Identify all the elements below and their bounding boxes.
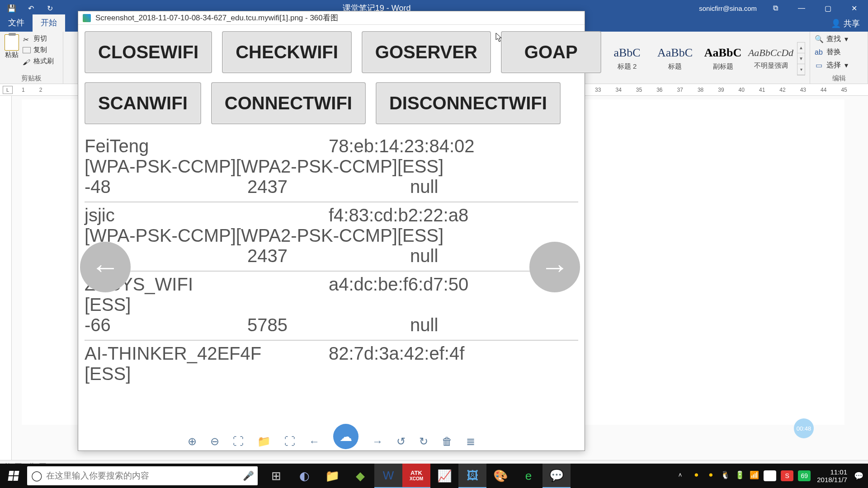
prev-icon[interactable]: ← (309, 435, 320, 448)
viewer-toolbar: ⊕ ⊖ ⛶ 📁 ⛶ ← ☁ → ↺ ↻ 🗑 ≣ (78, 432, 585, 450)
clock-date: 2018/11/7 (817, 476, 847, 483)
wifi-list: FeiTeng78:eb:14:23:84:02 [WPA-PSK-CCMP][… (85, 133, 578, 389)
tray-icon[interactable]: 🐧 (720, 470, 730, 481)
taskbar-app-photos[interactable]: 🖼 (458, 464, 486, 488)
wifi-security: [ESS] (85, 364, 578, 384)
rotate-right-icon[interactable]: ↻ (419, 435, 428, 448)
wifi-mac: 78:eb:14:23:84:02 (329, 136, 578, 156)
wifi-item[interactable]: ZHSYS_WIFIa4:dc:be:f6:d7:50 [ESS] -66578… (85, 272, 578, 341)
scanwifi-button[interactable]: SCANWIFI (85, 82, 201, 124)
taskbar-clock[interactable]: 11:01 2018/11/7 (817, 468, 847, 483)
tab-selector[interactable]: L (3, 86, 13, 94)
system-tray: ＾ ●●🐧🔋📶中S69 11:01 2018/11/7 💬 (675, 468, 868, 483)
taskbar-app-monitor[interactable]: 📈 (430, 464, 458, 488)
mic-icon[interactable]: 🎤 (239, 470, 258, 481)
styles-scroll[interactable]: ▲▼▾ (797, 42, 805, 75)
clipboard-group: 粘贴 ✂剪切 复制 🖌格式刷 剪贴板 (0, 32, 63, 84)
clipboard-icon (5, 34, 19, 51)
wifi-ssid: FeiTeng (85, 136, 329, 156)
tray-icon[interactable]: 📶 (749, 470, 759, 481)
taskbar-app-task-view[interactable]: ⊞ (262, 464, 290, 488)
start-button[interactable] (0, 464, 27, 488)
taskbar-app-atk-xcom[interactable]: ATKXCOM (402, 464, 430, 488)
zoom-in-icon[interactable]: ⊕ (188, 435, 197, 448)
fit-icon[interactable]: ⛶ (233, 435, 244, 448)
tray-icon[interactable]: 中 (764, 470, 776, 481)
wifi-extra: null (410, 177, 578, 197)
wifi-item[interactable]: AI-THINKER_42EF4F82:7d:3a:42:ef:4f [ESS] (85, 341, 578, 389)
save-icon[interactable]: 💾 (7, 4, 16, 13)
disconnectwifi-button[interactable]: DISCONNECTWIFI (376, 82, 561, 124)
style-item[interactable]: AaBbC标题 (653, 46, 697, 71)
select-button[interactable]: ▭选择 ▾ (815, 61, 863, 70)
style-item[interactable]: AaBbCcDd不明显强调 (749, 47, 793, 70)
taskbar-app-wechat[interactable]: 💬 (542, 464, 571, 488)
image-viewer-window: Screenshot_2018-11-07-10-08-34-627_edu.t… (78, 11, 585, 451)
style-item[interactable]: aBbC标题 2 (605, 46, 649, 71)
wifi-extra: null (410, 315, 578, 335)
goserver-button[interactable]: GOSERVER (362, 31, 491, 73)
rotate-left-icon[interactable]: ↺ (396, 435, 406, 448)
viewer-titlebar[interactable]: Screenshot_2018-11-07-10-08-34-627_edu.t… (78, 11, 585, 25)
tray-chevron-icon[interactable]: ＾ (675, 471, 685, 481)
undo-icon[interactable]: ↶ (26, 4, 35, 13)
tray-icon[interactable]: 69 (798, 470, 811, 481)
wifi-security: [ESS] (85, 295, 578, 315)
minimize-icon[interactable]: — (794, 4, 809, 12)
account-email[interactable]: sonicfirr@sina.com (699, 5, 757, 12)
wifi-item[interactable]: jsjicf4:83:cd:b2:22:a8 [WPA-PSK-CCMP][WP… (85, 202, 578, 272)
cortana-icon[interactable]: ◯ (27, 470, 46, 482)
notifications-icon[interactable]: 💬 (854, 471, 863, 481)
tab-file[interactable]: 文件 (0, 14, 33, 32)
taskbar-app-word[interactable]: W (374, 464, 402, 488)
share-button[interactable]: 👤共享 (823, 15, 868, 32)
tab-home[interactable]: 开始 (33, 14, 65, 32)
brush-icon: 🖌 (23, 58, 31, 65)
taskbar-search[interactable]: ◯ 在这里输入你要搜索的内容 🎤 (27, 466, 258, 485)
connectwifi-button[interactable]: CONNECTWIFI (211, 82, 366, 124)
delete-icon[interactable]: 🗑 (442, 435, 453, 448)
redo-icon[interactable]: ↻ (45, 4, 54, 13)
checkwifi-button[interactable]: CHECKWIFI (222, 31, 352, 73)
cut-button[interactable]: ✂剪切 (23, 34, 54, 43)
style-item[interactable]: AaBbC副标题 (701, 46, 745, 71)
wifi-freq: 2437 (247, 246, 410, 266)
more-icon[interactable]: ≣ (466, 435, 475, 448)
quick-access-toolbar: 💾 ↶ ↻ (0, 4, 54, 13)
next-image-button[interactable]: → (529, 242, 580, 292)
open-folder-icon[interactable]: 📁 (257, 435, 271, 448)
taskbar-app-cortana-app[interactable]: ◐ (290, 464, 318, 488)
prev-image-button[interactable]: ← (80, 242, 131, 292)
copy-icon (23, 47, 31, 53)
taskbar-app-ie[interactable]: e (514, 464, 542, 488)
wifi-ssid: AI-THINKER_42EF4F (85, 343, 329, 364)
fullscreen-icon[interactable]: ⛶ (284, 435, 295, 448)
next-icon[interactable]: → (372, 435, 383, 448)
paste-button[interactable]: 粘贴 (5, 34, 19, 59)
group-label: 剪贴板 (5, 72, 58, 83)
taskbar-apps: ⊞◐📁◆WATKXCOM📈🖼🎨e💬 (262, 464, 571, 488)
cloud-button[interactable]: ☁ (333, 424, 359, 449)
zoom-out-icon[interactable]: ⊖ (210, 435, 219, 448)
tray-icon[interactable]: 🔋 (735, 470, 745, 481)
viewer-title: Screenshot_2018-11-07-10-08-34-627_edu.t… (95, 13, 338, 23)
find-button[interactable]: 🔍查找 ▾ (815, 34, 863, 44)
close-icon[interactable]: ✕ (846, 4, 862, 13)
wifi-mac: 82:7d:3a:42:ef:4f (329, 343, 578, 364)
taskbar-app-android-studio[interactable]: ◆ (346, 464, 374, 488)
replace-button[interactable]: ab替换 (815, 47, 863, 57)
goap-button[interactable]: GOAP (501, 31, 601, 73)
vertical-ruler[interactable] (0, 96, 12, 464)
taskbar-app-explorer[interactable]: 📁 (318, 464, 346, 488)
maximize-icon[interactable]: ▢ (820, 4, 835, 13)
copy-button[interactable]: 复制 (23, 46, 54, 54)
ribbon-options-icon[interactable]: ⧉ (768, 4, 783, 12)
taskbar-app-paint[interactable]: 🎨 (486, 464, 514, 488)
format-painter-button[interactable]: 🖌格式刷 (23, 57, 54, 66)
tray-icon[interactable]: ● (691, 470, 701, 481)
closewifi-button[interactable]: CLOSEWIFI (85, 31, 212, 73)
tray-icon[interactable]: ● (706, 470, 716, 481)
recording-timer-badge[interactable]: 00:48 (794, 418, 814, 438)
tray-icon[interactable]: S (781, 470, 793, 481)
wifi-item[interactable]: FeiTeng78:eb:14:23:84:02 [WPA-PSK-CCMP][… (85, 133, 578, 202)
